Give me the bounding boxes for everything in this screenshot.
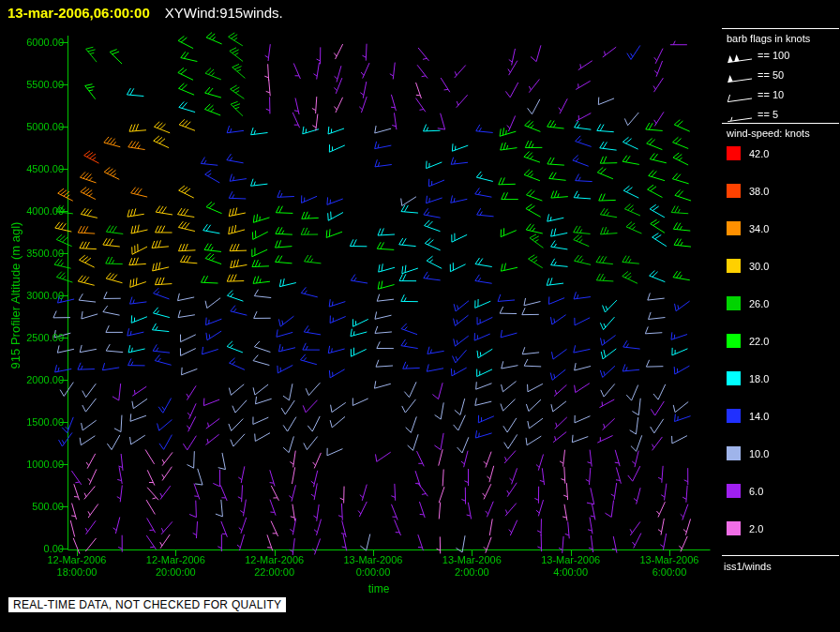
color-swatch (727, 446, 741, 460)
divider (722, 123, 839, 124)
y-tick-label: 4000.00 (4, 205, 64, 217)
color-scale-row: 2.0 (727, 516, 840, 553)
y-tick-label: 0.00 (4, 543, 64, 554)
color-swatch (727, 221, 741, 235)
color-swatch (727, 334, 741, 348)
color-swatch (727, 521, 741, 535)
barb-flags-legend: == 100== 50== 10== 5 (723, 45, 840, 124)
divider (722, 555, 839, 556)
legend-panel: barb flags in knots == 100== 50== 10== 5… (722, 0, 840, 632)
y-tick-label: 4500.00 (4, 163, 64, 174)
y-tick-label: 5000.00 (4, 121, 64, 132)
color-scale-value: 14.0 (749, 411, 769, 422)
color-scale-value: 30.0 (749, 261, 769, 272)
page-title: XYWind:915winds. (165, 5, 283, 21)
color-scale-row: 26.0 (727, 291, 840, 328)
color-scale-value: 2.0 (749, 523, 763, 534)
y-tick-label: 3500.00 (4, 248, 64, 259)
color-scale-row: 6.0 (727, 478, 840, 516)
color-scale-value: 6.0 (749, 486, 763, 497)
divider (722, 28, 839, 29)
x-tick-label: 13-Mar-20062:00:00 (429, 554, 514, 579)
barb-flag-row: == 100 (723, 45, 840, 65)
color-scale-value: 42.0 (749, 148, 769, 159)
wind-speed-heading: wind-speed: knots (727, 128, 810, 139)
barb-flag-icon (723, 86, 755, 103)
color-scale-value: 26.0 (749, 298, 769, 309)
color-scale-value: 34.0 (749, 223, 769, 234)
color-scale-row: 34.0 (727, 216, 840, 253)
y-tick-label: 500.00 (4, 501, 64, 512)
y-tick-label: 1000.00 (4, 459, 64, 470)
timestamp-label: 13-mar-2006,06:00:00 (8, 5, 150, 21)
barb-flag-row: == 50 (723, 65, 840, 84)
color-scale-row: 22.0 (727, 328, 840, 366)
barb-flag-row: == 10 (723, 84, 840, 104)
x-tick-label: 12-Mar-200620:00:00 (133, 554, 218, 579)
color-swatch (727, 259, 741, 273)
wind-speed-color-scale: 42.038.034.030.026.022.018.014.010.06.02… (727, 141, 840, 553)
y-tick-label: 5500.00 (4, 79, 64, 90)
color-swatch (727, 371, 741, 385)
color-swatch (727, 146, 741, 160)
barb-flag-label: == 100 (758, 50, 789, 61)
color-scale-row: 30.0 (727, 253, 840, 291)
y-tick-label: 3000.00 (4, 290, 64, 301)
barb-flags-heading: barb flags in knots (727, 33, 810, 44)
barb-flag-label: == 10 (758, 89, 784, 100)
quality-notice: REAL-TIME DATA, NOT CHECKED FOR QUALITY (8, 596, 287, 613)
data-source-label: iss1/winds (724, 561, 772, 572)
color-scale-value: 10.0 (749, 448, 769, 459)
color-scale-value: 22.0 (749, 336, 769, 347)
color-scale-row: 42.0 (727, 141, 840, 178)
y-tick-label: 6000.00 (4, 37, 64, 48)
color-scale-value: 18.0 (749, 373, 769, 384)
color-swatch (727, 484, 741, 498)
x-tick-label: 12-Mar-200618:00:00 (35, 554, 119, 579)
xywind-profiler-window: 13-mar-2006,06:00:00 XYWind:915winds. 91… (0, 0, 840, 632)
barb-flag-label: == 5 (758, 109, 778, 120)
color-swatch (727, 409, 741, 423)
barb-flag-label: == 50 (758, 69, 784, 81)
x-tick-label: 12-Mar-200622:00:00 (232, 554, 317, 579)
x-tick-label: 13-Mar-20060:00:00 (331, 554, 415, 579)
barb-flag-icon (723, 67, 755, 83)
y-tick-label: 1500.00 (4, 416, 64, 428)
color-scale-row: 38.0 (727, 178, 840, 216)
color-scale-row: 18.0 (727, 366, 840, 403)
wind-barb-chart (0, 0, 840, 632)
x-tick-label: 13-Mar-20066:00:00 (627, 554, 712, 579)
color-swatch (727, 296, 741, 310)
title-bar: 13-mar-2006,06:00:00 XYWind:915winds. (8, 5, 283, 21)
x-tick-label: 13-Mar-20064:00:00 (529, 554, 613, 579)
color-swatch (727, 184, 741, 198)
color-scale-row: 14.0 (727, 403, 840, 441)
barb-flag-icon (723, 47, 755, 64)
barb-flag-row: == 5 (723, 104, 840, 124)
y-tick-label: 2500.00 (4, 332, 64, 343)
x-axis-title: time (346, 582, 412, 595)
y-tick-label: 2000.00 (4, 374, 64, 385)
color-scale-value: 38.0 (749, 186, 769, 197)
barb-flag-icon (723, 106, 755, 123)
color-scale-row: 10.0 (727, 441, 840, 478)
